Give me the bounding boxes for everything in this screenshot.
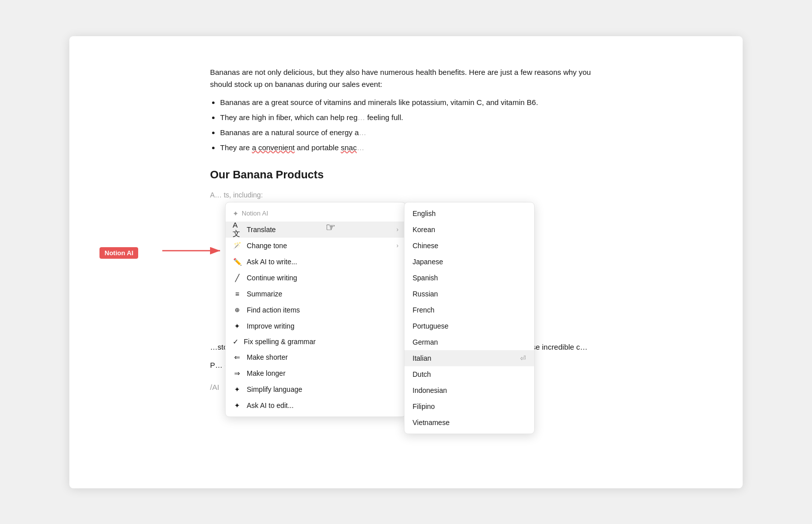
notion-ai-floating-label: Notion AI — [99, 247, 138, 259]
lang-filipino[interactable]: Filipino — [404, 398, 534, 414]
lang-italian-label: Italian — [413, 354, 431, 362]
lang-korean[interactable]: Korean — [404, 222, 534, 238]
arrow-indicator — [162, 243, 233, 261]
lang-chinese-label: Chinese — [413, 242, 438, 250]
tone-arrow: › — [396, 242, 398, 249]
lang-dutch-label: Dutch — [413, 370, 431, 378]
menu-title: Notion AI — [242, 209, 268, 217]
shorter-icon: ⇐ — [233, 353, 242, 362]
menu-header: ✦ Notion AI — [226, 205, 405, 222]
menu-item-translate[interactable]: A文 Translate › — [226, 222, 405, 238]
lang-portuguese-label: Portuguese — [413, 322, 449, 330]
lang-chinese[interactable]: Chinese — [404, 238, 534, 254]
menu-item-simplify[interactable]: ✦ Simplify language — [226, 381, 405, 397]
menu-item-improve[interactable]: ✦ Improve writing — [226, 318, 405, 334]
lang-portuguese[interactable]: Portuguese — [404, 318, 534, 334]
lang-vietnamese-label: Vietnamese — [413, 418, 450, 427]
lang-russian[interactable]: Russian — [404, 286, 534, 302]
check-icon: ✓ — [233, 338, 239, 346]
lang-spanish[interactable]: Spanish — [404, 270, 534, 286]
summarize-label: Summarize — [247, 290, 282, 298]
change-tone-label: Change tone — [247, 242, 287, 250]
language-submenu: English Korean Chinese Japanese Spanish … — [404, 202, 535, 434]
pen-icon: ✏️ — [233, 257, 242, 266]
simplify-label: Simplify language — [247, 385, 302, 393]
menu-item-ask-edit[interactable]: ✦ Ask AI to edit... — [226, 397, 405, 413]
make-shorter-label: Make shorter — [247, 353, 288, 361]
bullet-1: Bananas are a great source of vitamins a… — [220, 96, 602, 109]
page-wrapper: Bananas are not only delicious, but they… — [69, 36, 743, 488]
lang-vietnamese[interactable]: Vietnamese — [404, 414, 534, 431]
action-icon: ⊕ — [233, 305, 242, 315]
menu-item-find-action[interactable]: ⊕ Find action items — [226, 302, 405, 318]
lang-italian[interactable]: Italian ⏎ — [404, 350, 534, 366]
lang-dutch[interactable]: Dutch — [404, 366, 534, 382]
heading-sub: A… ts, including: — [210, 189, 602, 200]
section-heading: Our Banana Products — [210, 166, 602, 183]
lang-indonesian-label: Indonesian — [413, 386, 447, 394]
longer-icon: ⇒ — [233, 369, 242, 378]
menu-item-summarize[interactable]: ≡ Summarize — [226, 286, 405, 302]
enter-icon: ⏎ — [520, 354, 526, 362]
lang-english[interactable]: English — [404, 205, 534, 222]
menu-item-continue[interactable]: ╱ Continue writing — [226, 270, 405, 286]
lang-korean-label: Korean — [413, 226, 435, 234]
continue-label: Continue writing — [247, 274, 297, 282]
improve-label: Improve writing — [247, 322, 294, 330]
menu-item-make-shorter[interactable]: ⇐ Make shorter — [226, 349, 405, 365]
lang-german-label: German — [413, 338, 438, 346]
menu-item-make-longer[interactable]: ⇒ Make longer — [226, 365, 405, 381]
find-action-label: Find action items — [247, 306, 300, 314]
lang-german[interactable]: German — [404, 334, 534, 350]
tone-icon: 🪄 — [233, 241, 242, 250]
ask-edit-label: Ask AI to edit... — [247, 401, 293, 409]
translate-label: Translate — [247, 226, 276, 234]
lang-french-label: French — [413, 306, 435, 314]
bullet-2: They are high in fiber, which can help r… — [220, 112, 602, 124]
translate-icon: A文 — [233, 225, 242, 234]
lang-japanese[interactable]: Japanese — [404, 254, 534, 270]
sparkle-icon: ✦ — [233, 209, 239, 218]
lang-french[interactable]: French — [404, 302, 534, 318]
summarize-icon: ≡ — [233, 289, 242, 298]
ask-edit-icon: ✦ — [233, 401, 242, 410]
simplify-icon: ✦ — [233, 385, 242, 394]
fix-spelling-label: Fix spelling & grammar — [244, 338, 316, 346]
intro-paragraph: Bananas are not only delicious, but they… — [210, 66, 602, 90]
context-menu: ✦ Notion AI A文 Translate › 🪄 Change tone… — [225, 202, 406, 417]
lang-filipino-label: Filipino — [413, 402, 435, 410]
bullet-list: Bananas are a great source of vitamins a… — [220, 96, 602, 154]
menu-item-ask-ai[interactable]: ✏️ Ask AI to write... — [226, 254, 405, 270]
translate-arrow: › — [396, 226, 398, 233]
lang-english-label: English — [413, 209, 436, 218]
make-longer-label: Make longer — [247, 369, 285, 377]
pencil-icon: ╱ — [233, 273, 242, 282]
bullet-4: They are a convenient and portable snac… — [220, 142, 602, 154]
menu-item-change-tone[interactable]: 🪄 Change tone › — [226, 238, 405, 254]
lang-japanese-label: Japanese — [413, 258, 443, 266]
lang-spanish-label: Spanish — [413, 274, 438, 282]
menu-item-fix-spelling[interactable]: ✓ Fix spelling & grammar — [226, 334, 405, 349]
ask-ai-label: Ask AI to write... — [247, 258, 297, 266]
improve-icon: ✦ — [233, 322, 242, 331]
lang-indonesian[interactable]: Indonesian — [404, 382, 534, 398]
bullet-3: Bananas are a natural source of energy a… — [220, 127, 602, 139]
lang-russian-label: Russian — [413, 290, 438, 298]
